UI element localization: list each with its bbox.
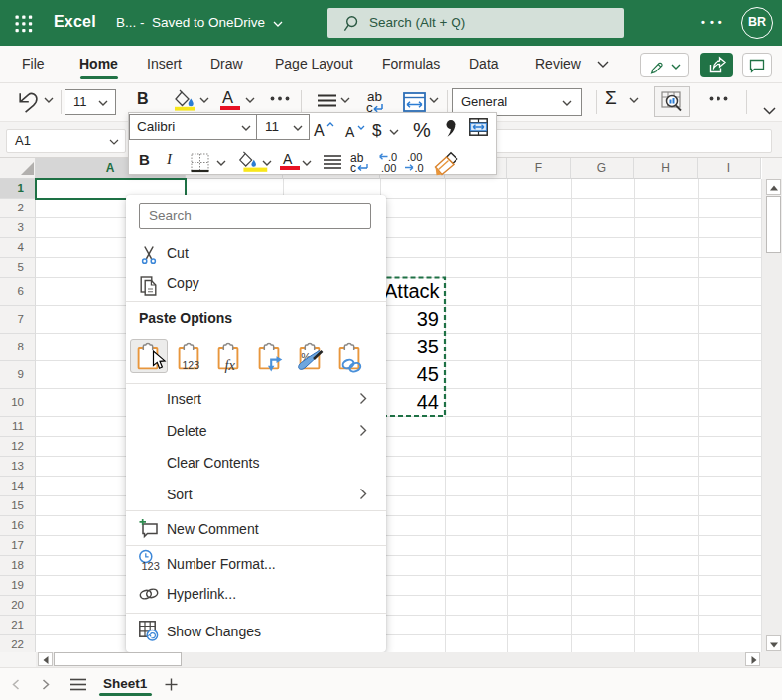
svg-text:.0: .0 (415, 162, 424, 174)
svg-text:fx: fx (225, 357, 236, 373)
svg-text:123: 123 (142, 560, 160, 572)
svg-text:123: 123 (183, 359, 200, 371)
svg-text:.00: .00 (381, 162, 396, 174)
svg-text:c: c (350, 161, 356, 175)
